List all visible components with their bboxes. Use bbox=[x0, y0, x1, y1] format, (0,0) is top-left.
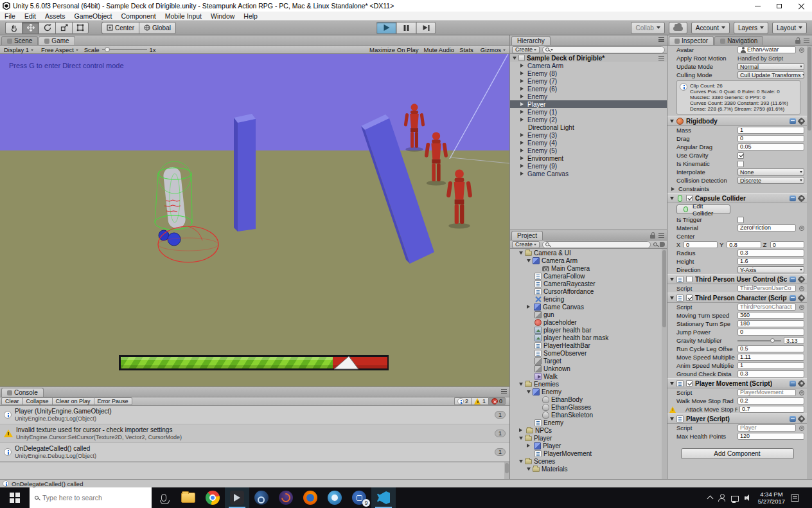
foldout-open-icon[interactable] bbox=[670, 120, 674, 125]
hierarchy-item-enemy-7[interactable]: Enemy (7) bbox=[510, 77, 667, 85]
foldout-open-icon[interactable] bbox=[519, 251, 523, 257]
component-header-player-movement[interactable]: Player Movement (Script) bbox=[667, 378, 807, 388]
foldout-open-icon[interactable] bbox=[670, 197, 674, 202]
help-icon[interactable] bbox=[790, 381, 796, 386]
warning-filter-toggle[interactable]: 1 bbox=[471, 397, 488, 405]
account-button[interactable]: Account bbox=[691, 22, 730, 34]
project-create-button[interactable]: Create bbox=[512, 241, 540, 248]
update-mode-dropdown[interactable]: Normal bbox=[737, 63, 804, 70]
start-button[interactable] bbox=[0, 487, 30, 508]
project-item[interactable]: CursorAffordance bbox=[510, 287, 667, 295]
component-enabled-checkbox[interactable] bbox=[686, 195, 693, 201]
gear-icon[interactable] bbox=[799, 295, 804, 301]
scale-track[interactable] bbox=[102, 49, 147, 50]
stats-toggle[interactable]: Stats bbox=[459, 46, 473, 53]
tray-expand-icon[interactable] bbox=[707, 496, 713, 502]
use-gravity-checkbox[interactable] bbox=[737, 152, 744, 159]
component-enabled-checkbox[interactable] bbox=[686, 380, 693, 386]
hierarchy-item-enemy-6[interactable]: Enemy (6) bbox=[510, 85, 667, 93]
volume-icon[interactable] bbox=[745, 494, 752, 502]
foldout-closed-icon[interactable] bbox=[520, 172, 525, 176]
cloud-button[interactable] bbox=[669, 22, 687, 34]
gear-icon[interactable] bbox=[799, 416, 804, 422]
panel-menu-icon[interactable] bbox=[501, 389, 507, 394]
gear-icon[interactable] bbox=[799, 277, 804, 282]
object-picker-icon[interactable] bbox=[799, 390, 804, 395]
center-x-field[interactable]: 0 bbox=[684, 241, 718, 248]
network-icon[interactable] bbox=[731, 494, 739, 502]
project-item[interactable]: CameraRaycaster bbox=[510, 280, 667, 287]
is-trigger-checkbox[interactable] bbox=[737, 217, 744, 223]
foldout-closed-icon[interactable] bbox=[520, 156, 525, 160]
console-scrollbar[interactable] bbox=[504, 462, 509, 479]
panel-menu-icon[interactable] bbox=[804, 39, 809, 43]
scale-slider[interactable]: Scale 1x bbox=[84, 46, 156, 53]
foldout-closed-icon[interactable] bbox=[520, 102, 525, 106]
radius-field[interactable]: 0.3 bbox=[737, 249, 804, 257]
foldout-closed-icon[interactable] bbox=[520, 164, 525, 168]
panel-menu-icon[interactable] bbox=[658, 37, 664, 42]
collab-button[interactable]: Collab bbox=[631, 22, 664, 34]
hierarchy-item-player[interactable]: Player bbox=[510, 100, 667, 108]
project-item[interactable]: Enemies bbox=[510, 380, 667, 388]
error-filter-toggle[interactable]: 0 bbox=[488, 397, 506, 405]
aspect-dropdown[interactable]: Free Aspect bbox=[39, 46, 80, 53]
step-button[interactable] bbox=[416, 22, 436, 34]
foldout-open-icon[interactable] bbox=[527, 390, 531, 395]
clear-button[interactable]: Clear bbox=[1, 397, 22, 405]
action-center-icon[interactable] bbox=[791, 494, 799, 502]
max-health-points-field[interactable]: 120 bbox=[737, 433, 804, 440]
project-item[interactable]: Player bbox=[510, 434, 667, 442]
object-picker-icon[interactable] bbox=[799, 305, 804, 310]
mute-audio-toggle[interactable]: Mute Audio bbox=[424, 46, 455, 53]
foldout-closed-icon[interactable] bbox=[520, 71, 525, 75]
project-item[interactable]: Target bbox=[510, 357, 667, 365]
search-by-type-icon[interactable] bbox=[653, 242, 657, 246]
console-entry[interactable]: Invalid texture used for cursor - check … bbox=[0, 424, 509, 443]
moving-turn-speed-field[interactable]: 360 bbox=[737, 312, 804, 319]
unity-logo-icon[interactable] bbox=[3, 2, 10, 10]
component-enabled-checkbox[interactable] bbox=[686, 295, 693, 301]
project-item[interactable]: Enemy bbox=[510, 388, 667, 395]
material-object-field[interactable]: ZeroFriction bbox=[737, 224, 796, 231]
height-field[interactable]: 1.6 bbox=[737, 258, 804, 265]
project-item[interactable]: EthanGlasses bbox=[510, 403, 667, 411]
foldout-closed-icon[interactable] bbox=[520, 149, 525, 152]
hierarchy-search-input[interactable] bbox=[542, 46, 665, 53]
inspector-scrollbar[interactable] bbox=[807, 46, 812, 479]
move-tool-button[interactable] bbox=[22, 22, 39, 34]
lock-icon[interactable] bbox=[650, 235, 655, 239]
pan-tool-button[interactable] bbox=[5, 22, 22, 34]
foldout-closed-icon[interactable] bbox=[520, 95, 525, 98]
gear-icon[interactable] bbox=[799, 195, 804, 201]
hierarchy-create-button[interactable]: Create bbox=[512, 46, 540, 53]
foldout-closed-icon[interactable] bbox=[520, 87, 525, 91]
maximize-on-play-toggle[interactable]: Maximize On Play bbox=[369, 46, 419, 53]
component-header-third-person-user-control[interactable]: Third Person User Control (Scr bbox=[667, 274, 807, 284]
component-header-rigidbody[interactable]: Rigidbody bbox=[667, 116, 807, 126]
project-item[interactable]: EthanSkeleton bbox=[510, 411, 667, 419]
component-enabled-checkbox[interactable] bbox=[686, 276, 693, 282]
edit-collider-button[interactable]: Edit Collider bbox=[676, 204, 730, 214]
browser-button[interactable] bbox=[322, 487, 347, 508]
walk-move-stop-radius-field[interactable]: 0.2 bbox=[737, 397, 804, 404]
component-header-capsule-collider[interactable]: Capsule Collider bbox=[667, 193, 807, 203]
project-item[interactable]: fencing bbox=[510, 295, 667, 303]
layout-button[interactable]: Layout bbox=[772, 22, 807, 34]
stationary-turn-speed-field[interactable]: 180 bbox=[737, 320, 804, 327]
vscode-button[interactable] bbox=[371, 487, 396, 508]
project-item[interactable]: NPCs bbox=[510, 426, 667, 434]
project-item[interactable]: Camera & UI bbox=[510, 249, 667, 257]
project-item[interactable]: Walk bbox=[510, 372, 667, 380]
hierarchy-item-game-canvas[interactable]: Game Canvas bbox=[510, 170, 667, 177]
component-header-player-script[interactable]: Player (Script) bbox=[667, 413, 807, 424]
collapse-toggle[interactable]: Collapse bbox=[22, 397, 52, 405]
component-header-third-person-character[interactable]: Third Person Character (Script bbox=[667, 293, 807, 303]
tab-inspector[interactable]: Inspector bbox=[669, 36, 714, 45]
foldout-closed-icon[interactable] bbox=[520, 141, 525, 145]
is-kinematic-checkbox[interactable] bbox=[737, 161, 744, 167]
script-object-field[interactable]: PlayerMovement bbox=[737, 389, 796, 396]
collision-detection-dropdown[interactable]: Discrete bbox=[737, 177, 804, 184]
center-y-field[interactable]: 0.8 bbox=[727, 241, 761, 248]
hierarchy-item-enemy-9[interactable]: Enemy (9) bbox=[510, 162, 667, 170]
